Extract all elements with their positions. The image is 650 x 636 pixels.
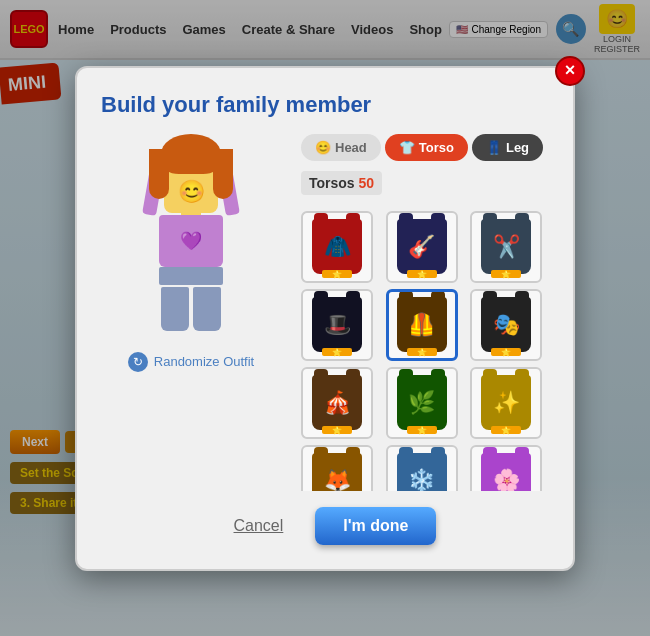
cancel-button[interactable]: Cancel <box>214 507 304 545</box>
tab-torso[interactable]: 👕 Torso <box>385 134 468 161</box>
tab-bar: 😊 Head 👕 Torso 👖 Leg <box>301 134 549 161</box>
lego-right-leg <box>193 287 221 331</box>
section-label: Torsos 50 <box>301 171 382 195</box>
torso-item-2[interactable]: 🎸 ⭐ <box>386 211 458 283</box>
modal-actions: Cancel I'm done <box>101 507 549 545</box>
torso-item-4[interactable]: 🎩 ⭐ <box>301 289 373 361</box>
torso-item-8[interactable]: 🌿 ⭐ <box>386 367 458 439</box>
section-count: 50 <box>359 175 375 191</box>
torso-item-12[interactable]: 🌸 ⭐ <box>470 445 542 491</box>
modal-overlay: × Build your family member 😊 <box>0 0 650 636</box>
done-button[interactable]: I'm done <box>315 507 436 545</box>
head-emoji: 😊 <box>315 140 331 155</box>
torso-item-1[interactable]: 🧥 ⭐ <box>301 211 373 283</box>
torso-item-6[interactable]: 🎭 ⭐ <box>470 289 542 361</box>
character-panel: 😊 💜 <box>101 134 281 491</box>
torso-item-11[interactable]: ❄️ ⭐ <box>386 445 458 491</box>
torso-items-grid: 🧥 ⭐🎸 ⭐✂️ ⭐🎩 ⭐🦺 ⭐🎭 ⭐🎪 ⭐🌿 ⭐✨ ⭐🦊 ⭐❄️ ⭐🌸 ⭐🌈 … <box>301 211 549 491</box>
torso-item-5[interactable]: 🦺 ⭐ <box>386 289 458 361</box>
lego-left-leg <box>161 287 189 331</box>
leg-emoji: 👖 <box>486 140 502 155</box>
options-panel: 😊 Head 👕 Torso 👖 Leg Torsos <box>301 134 549 491</box>
randomize-icon: ↻ <box>128 352 148 372</box>
modal-close-button[interactable]: × <box>555 56 585 86</box>
character-figure: 😊 💜 <box>121 134 261 334</box>
lego-legs <box>161 287 221 331</box>
lego-figure: 😊 💜 <box>121 134 261 334</box>
modal: × Build your family member 😊 <box>75 66 575 571</box>
torso-item-3[interactable]: ✂️ ⭐ <box>470 211 542 283</box>
lego-torso: 💜 <box>159 215 223 267</box>
torso-emoji: 👕 <box>399 140 415 155</box>
modal-title: Build your family member <box>101 92 549 118</box>
modal-body: 😊 💜 <box>101 134 549 491</box>
lego-hair <box>161 134 221 174</box>
torso-item-10[interactable]: 🦊 ⭐ <box>301 445 373 491</box>
lego-torso-design: 💜 <box>180 230 202 252</box>
torso-item-7[interactable]: 🎪 ⭐ <box>301 367 373 439</box>
section-header: Torsos 50 <box>301 171 549 203</box>
lego-head: 😊 <box>164 169 218 213</box>
lego-face: 😊 <box>178 179 205 205</box>
lego-hips <box>159 267 223 285</box>
tab-leg[interactable]: 👖 Leg <box>472 134 543 161</box>
torso-item-9[interactable]: ✨ ⭐ <box>470 367 542 439</box>
randomize-label: Randomize Outfit <box>154 354 254 369</box>
tab-head[interactable]: 😊 Head <box>301 134 381 161</box>
randomize-button[interactable]: ↻ Randomize Outfit <box>128 352 254 372</box>
